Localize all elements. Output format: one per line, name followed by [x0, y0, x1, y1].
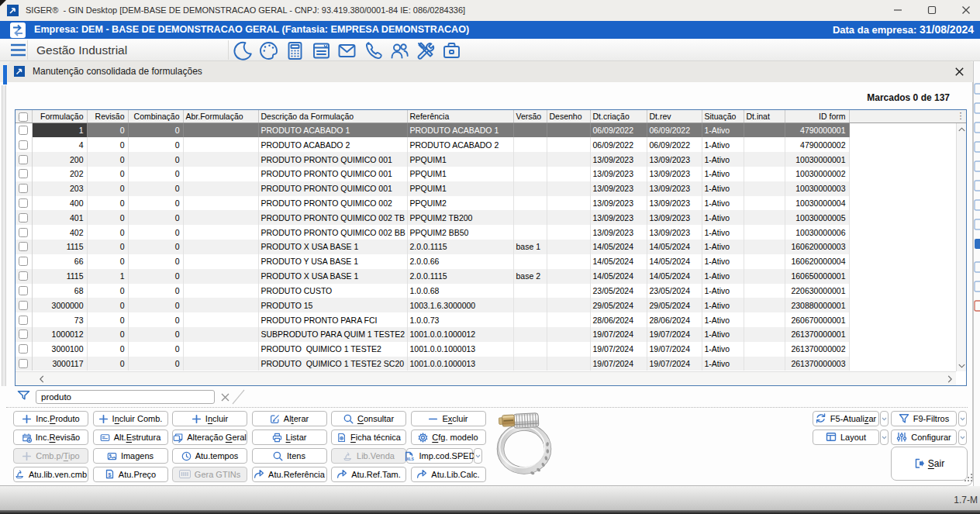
svg-text:$: $	[108, 472, 111, 478]
svg-text:XLS: XLS	[407, 457, 415, 461]
